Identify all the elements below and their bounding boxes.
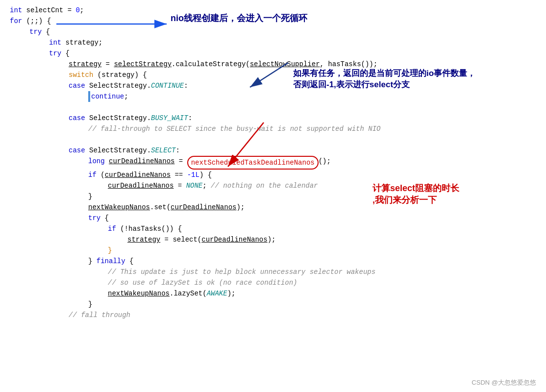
- code-line-7: switch (strategy) {: [10, 70, 546, 80]
- code-line-16: if (curDeadlineNanos == -1L) {: [10, 170, 546, 180]
- code-line-21: if (!hasTasks()) {: [10, 223, 546, 234]
- code-line-22: strategy = select(curDeadlineNanos);: [10, 234, 546, 245]
- code-line-blank1: [10, 102, 546, 113]
- watermark: CSDN @大忽悠爱忽悠: [472, 378, 536, 387]
- code-line-26: // so use of lazySet is ok (no race cond…: [10, 277, 546, 288]
- code-line-19: nextWakeupNanos.set(curDeadlineNanos);: [10, 202, 546, 213]
- code-line-29: // fall through: [10, 310, 546, 320]
- code-line-12: // fall-through to SELECT since the busy…: [10, 123, 546, 134]
- code-line-3: try {: [10, 26, 546, 37]
- code-line-blank2: [10, 134, 546, 145]
- code-line-2: for (;;) {: [10, 16, 546, 26]
- code-line-9: continue;: [10, 91, 546, 102]
- code-line-14: case SelectStrategy.SELECT:: [10, 145, 546, 156]
- code-line-17: curDeadlineNanos = NONE; // nothing on t…: [10, 180, 546, 191]
- code-line-4: int strategy;: [10, 37, 546, 48]
- code-line-25: // This update is just to help block unn…: [10, 267, 546, 277]
- code-line-15: long curDeadlineNanos = nextScheduledTas…: [10, 156, 546, 170]
- code-line-28: }: [10, 299, 546, 310]
- code-line-11: case SelectStrategy.BUSY_WAIT:: [10, 113, 546, 123]
- code-area: int selectCnt = 0; for (;;) { try { int …: [0, 0, 546, 392]
- code-line-27: nextWakeupNanos.lazySet(AWAKE);: [10, 288, 546, 299]
- code-line-20: try {: [10, 213, 546, 223]
- code-line-18: }: [10, 191, 546, 202]
- code-line-1: int selectCnt = 0;: [10, 5, 546, 16]
- code-line-6: strategy = selectStrategy.calculateStrat…: [10, 59, 546, 70]
- code-line-24: } finally {: [10, 256, 546, 267]
- code-line-8: case SelectStrategy.CONTINUE:: [10, 80, 546, 91]
- code-line-23: }: [10, 245, 546, 256]
- code-line-5: try {: [10, 48, 546, 59]
